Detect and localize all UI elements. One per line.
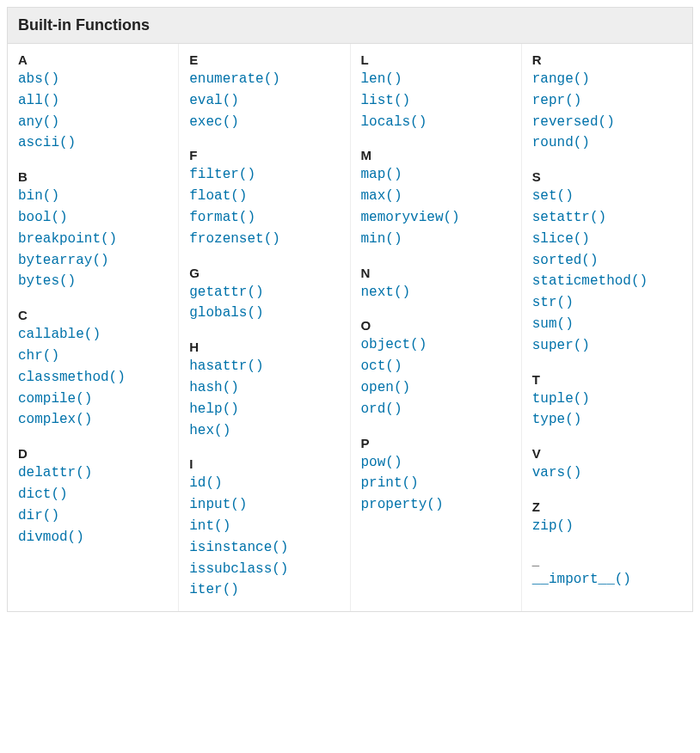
function-item: map() xyxy=(361,164,511,186)
function-link[interactable]: bytes() xyxy=(18,273,76,289)
function-link[interactable]: print() xyxy=(361,475,419,491)
function-item: property() xyxy=(361,494,511,516)
function-link[interactable]: issubclass() xyxy=(189,561,288,577)
function-link[interactable]: tuple() xyxy=(532,391,590,407)
function-link[interactable]: bool() xyxy=(18,210,68,225)
function-link[interactable]: input() xyxy=(189,497,247,512)
function-link[interactable]: map() xyxy=(361,167,402,182)
function-link[interactable]: ord() xyxy=(361,401,402,417)
function-link[interactable]: eval() xyxy=(189,93,239,108)
function-link[interactable]: filter() xyxy=(189,167,255,182)
function-link[interactable]: staticmethod() xyxy=(532,273,648,289)
function-link[interactable]: format() xyxy=(189,210,255,225)
letter-heading: T xyxy=(532,372,682,387)
function-link[interactable]: compile() xyxy=(18,391,92,407)
function-link[interactable]: str() xyxy=(532,295,574,310)
function-item: complex() xyxy=(18,409,168,431)
function-link[interactable]: vars() xyxy=(532,465,582,481)
function-link[interactable]: repr() xyxy=(532,93,582,108)
letter-heading: M xyxy=(361,148,511,162)
function-item: staticmethod() xyxy=(532,271,682,292)
function-link[interactable]: sorted() xyxy=(532,253,599,268)
function-link[interactable]: breakpoint() xyxy=(18,231,117,247)
function-item: delattr() xyxy=(18,462,168,484)
function-link[interactable]: any() xyxy=(18,114,59,130)
function-link[interactable]: reversed() xyxy=(532,114,615,130)
letter-heading: B xyxy=(18,169,168,184)
function-link[interactable]: range() xyxy=(532,71,590,87)
function-link[interactable]: setattr() xyxy=(532,210,606,225)
function-link[interactable]: bin() xyxy=(18,188,59,204)
function-link[interactable]: locals() xyxy=(361,114,427,130)
function-link[interactable]: next() xyxy=(361,285,411,300)
function-link[interactable]: abs() xyxy=(18,71,59,87)
function-link[interactable]: delattr() xyxy=(18,465,92,481)
letter-heading: I xyxy=(189,456,339,471)
function-link[interactable]: __import__() xyxy=(532,572,631,587)
function-item: next() xyxy=(361,282,511,303)
letter-group: Bbin()bool()breakpoint()bytearray()bytes… xyxy=(18,169,168,292)
function-link[interactable]: ascii() xyxy=(18,135,76,150)
function-link[interactable]: iter() xyxy=(189,582,239,597)
letter-group: Ppow()print()property() xyxy=(361,436,511,516)
function-link[interactable]: help() xyxy=(189,401,239,417)
function-item: sorted() xyxy=(532,250,682,272)
function-link[interactable]: globals() xyxy=(189,305,263,321)
table-title-text: Built-in Functions xyxy=(18,16,150,34)
function-link[interactable]: complex() xyxy=(18,412,92,427)
function-link[interactable]: round() xyxy=(532,135,590,150)
letter-group: Iid()input()int()isinstance()issubclass(… xyxy=(189,456,339,601)
function-link[interactable]: float() xyxy=(189,188,247,204)
function-link[interactable]: max() xyxy=(361,188,402,204)
letter-group: ___import__() xyxy=(532,553,682,591)
function-item: round() xyxy=(532,132,682,154)
function-item: slice() xyxy=(532,229,682,250)
function-item: globals() xyxy=(189,303,339,324)
function-link[interactable]: list() xyxy=(361,93,411,108)
function-link[interactable]: bytearray() xyxy=(18,253,109,268)
function-link[interactable]: sum() xyxy=(532,316,574,332)
function-link[interactable]: dict() xyxy=(18,487,68,502)
function-link[interactable]: zip() xyxy=(532,518,574,534)
function-link[interactable]: pow() xyxy=(361,455,402,470)
function-link[interactable]: property() xyxy=(361,497,444,512)
function-link[interactable]: callable() xyxy=(18,327,101,342)
function-item: callable() xyxy=(18,324,168,346)
letter-group: Mmap()max()memoryview()min() xyxy=(361,148,511,249)
function-link[interactable]: set() xyxy=(532,188,574,204)
function-link[interactable]: exec() xyxy=(189,114,239,130)
function-link[interactable]: type() xyxy=(532,412,582,427)
function-link[interactable]: hex() xyxy=(189,423,230,438)
function-link[interactable]: chr() xyxy=(18,348,59,364)
letter-heading: E xyxy=(189,52,339,67)
function-link[interactable]: hash() xyxy=(189,380,239,395)
function-link[interactable]: super() xyxy=(532,338,590,353)
function-link[interactable]: hasattr() xyxy=(189,358,263,374)
function-link[interactable]: enumerate() xyxy=(189,71,280,87)
letter-group: Hhasattr()hash()help()hex() xyxy=(189,340,339,441)
letter-heading: Z xyxy=(532,499,682,514)
function-link[interactable]: min() xyxy=(361,231,402,247)
function-link[interactable]: dir() xyxy=(18,508,59,523)
letter-group: Ffilter()float()format()frozenset() xyxy=(189,148,339,249)
function-link[interactable]: id() xyxy=(189,475,222,491)
letter-heading: G xyxy=(189,266,339,280)
function-item: __import__() xyxy=(532,569,682,591)
function-link[interactable]: int() xyxy=(189,518,230,534)
function-link[interactable]: object() xyxy=(361,337,427,352)
function-link[interactable]: open() xyxy=(361,380,411,395)
function-item: dir() xyxy=(18,505,168,527)
function-link[interactable]: divmod() xyxy=(18,530,84,545)
letter-heading: V xyxy=(532,446,682,461)
function-link[interactable]: oct() xyxy=(361,358,402,374)
function-link[interactable]: isinstance() xyxy=(189,540,288,555)
function-item: bool() xyxy=(18,207,168,229)
function-item: eval() xyxy=(189,90,339,112)
function-link[interactable]: getattr() xyxy=(189,285,263,300)
function-link[interactable]: classmethod() xyxy=(18,370,126,385)
function-link[interactable]: frozenset() xyxy=(189,231,280,247)
function-link[interactable]: len() xyxy=(361,71,402,87)
function-link[interactable]: memoryview() xyxy=(361,210,460,225)
function-link[interactable]: all() xyxy=(18,93,59,108)
function-link[interactable]: slice() xyxy=(532,231,590,247)
